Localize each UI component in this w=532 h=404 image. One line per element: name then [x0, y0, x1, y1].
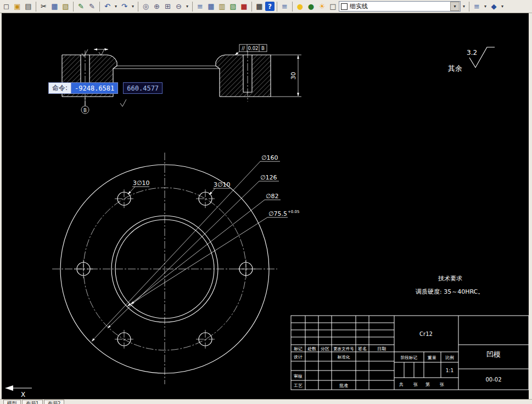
publish-icon[interactable]: ◆	[489, 1, 499, 12]
tb-check: 审核	[294, 374, 303, 379]
tolerance-symbol: //	[242, 46, 245, 51]
pencil-icon[interactable]: ✎	[87, 1, 97, 12]
tb-approve: 批准	[339, 383, 348, 388]
toolbar-separator	[99, 2, 100, 12]
paste-icon[interactable]: ▧	[60, 1, 71, 12]
undo-caret-icon[interactable]: ▾	[113, 1, 119, 12]
toolbar-separator	[469, 2, 469, 12]
datum-label: B	[83, 108, 87, 113]
thickness-dimension: 30	[271, 55, 301, 97]
tolerance-frame: // 0.02 B	[235, 44, 267, 55]
redo-caret-icon[interactable]: ▾	[130, 1, 136, 12]
pan-icon[interactable]: ◎	[141, 1, 151, 12]
toolbar-separator	[277, 2, 277, 12]
layer-thaw-icon[interactable]: ●	[306, 1, 316, 12]
surface-finish-value: 3.2	[467, 49, 477, 57]
tb-scale: 比例	[445, 355, 454, 360]
layer-panel-icon[interactable]: ≡	[279, 1, 290, 12]
layer-properties-icon[interactable]: ▦	[206, 1, 216, 12]
tb-rev-count: 处数	[307, 346, 316, 351]
command-x-input[interactable]: -9248.6581	[71, 82, 118, 94]
tb-material: Cr12	[419, 331, 433, 337]
toolbar-separator	[138, 2, 138, 12]
zoom-caret-icon[interactable]: ▾	[184, 1, 190, 12]
tb-rev-sign: 签名	[358, 346, 367, 351]
table-icon[interactable]: ▦	[254, 1, 265, 12]
tolerance-datum: B	[261, 46, 265, 51]
thickness-label: 30	[290, 72, 297, 80]
zoom-previous-icon[interactable]: ⊖	[173, 1, 184, 12]
plan-view: ∅160 ∅126 ∅82 ∅75.5 +0.05 3∅10 3∅10	[52, 153, 299, 384]
tab-model[interactable]: 模型	[3, 400, 21, 404]
zoom-realtime-icon[interactable]: ⊕	[152, 1, 162, 12]
tab-layout2[interactable]: 布局2	[44, 400, 65, 404]
layers-icon[interactable]: ≡	[195, 1, 205, 12]
copy-icon[interactable]: ▦	[49, 1, 60, 12]
tb-part-name: 凹模	[486, 350, 501, 358]
linetype-dropdown-caret-icon[interactable]: ▾	[450, 2, 460, 11]
toolbar: ◻ ▣ ▤ ✂ ▦ ▧ ✎ ✎ ↶ ▾ ↷ ▾ ◎ ⊕ ⊞ ⊖ ▾ ≡ ▦ ▥ …	[0, 0, 532, 13]
toolbar-separator	[73, 2, 74, 12]
plot-icon[interactable]: ▤	[23, 1, 33, 12]
ucs-icon: X	[5, 385, 32, 399]
new-file-icon[interactable]: ◻	[1, 1, 12, 12]
toolbar-separator	[292, 2, 293, 12]
tb-design: 设计	[294, 355, 303, 360]
layer-states-icon[interactable]: ≡	[472, 1, 482, 12]
drawing-canvas[interactable]: B // 0.02 B	[2, 13, 529, 399]
tb-scale-value: 1:1	[446, 368, 453, 373]
layer-on-bulb-icon[interactable]: ●	[295, 1, 305, 12]
layer-color-icon[interactable]: □	[328, 1, 338, 12]
cut-icon[interactable]: ✂	[38, 1, 49, 12]
layout-tabs: 模型 布局1 布局2	[0, 399, 532, 404]
tab-layout1[interactable]: 布局1	[22, 400, 43, 404]
linetype-value: 细实线	[350, 2, 448, 10]
dynamic-input-tooltip: 命令: -9248.6581 660.4577	[48, 82, 163, 94]
tech-req-title: 技术要求	[438, 275, 462, 282]
toolbar-separator	[251, 2, 252, 12]
dim-holes-right: 3∅10	[214, 181, 231, 188]
publish-caret-icon[interactable]: ▾	[500, 1, 505, 12]
design-center-icon[interactable]: ▧	[228, 1, 238, 12]
properties-icon[interactable]: ▥	[217, 1, 227, 12]
tolerance-value: 0.02	[248, 46, 259, 51]
hole-callouts: 3∅10 3∅10	[128, 179, 231, 195]
tb-sheet-total-label: 共	[399, 382, 404, 387]
tb-sheet-unit1: 张	[413, 382, 418, 387]
dim-d82: ∅82	[266, 193, 279, 200]
tb-sheet-unit2: 张	[440, 382, 444, 387]
toolbar-separator	[192, 2, 193, 12]
zoom-window-icon[interactable]: ⊞	[163, 1, 173, 12]
diameter-leaders: ∅160 ∅126 ∅82 ∅75.5 +0.05	[92, 154, 299, 341]
dim-d755-tolerance: +0.05	[288, 210, 299, 214]
tech-requirements: 技术要求 调质硬度: 35～40HRC。	[415, 275, 484, 295]
tb-drawing-no: 00-02	[485, 377, 501, 383]
undo-icon[interactable]: ↶	[102, 1, 113, 12]
tb-standardization: 标准化	[337, 355, 350, 360]
redo-icon[interactable]: ↷	[119, 1, 130, 12]
command-prompt-label: 命令:	[48, 82, 71, 94]
dim-d755: ∅75.5	[268, 210, 287, 217]
tb-process: 工艺	[294, 383, 303, 388]
dim-holes-left: 3∅10	[133, 179, 150, 187]
linetype-swatch-icon	[341, 3, 348, 10]
drawing-svg: B // 0.02 B	[2, 13, 529, 399]
match-properties-icon[interactable]: ✎	[76, 1, 86, 12]
tb-stage: 阶段标记	[401, 355, 418, 360]
help-icon[interactable]: ?	[265, 2, 275, 11]
layer-sun-icon[interactable]: ☀	[317, 1, 327, 12]
tb-rev-zone: 分区	[321, 346, 329, 351]
combo-caret-icon[interactable]: ▾	[461, 1, 467, 12]
dim-d126: ∅126	[260, 174, 277, 181]
toolbox-icon[interactable]: ■	[239, 1, 249, 12]
tb-weight: 重量	[427, 355, 436, 360]
ucs-x-label: X	[21, 391, 25, 399]
toolbar-separator	[36, 2, 36, 12]
dim-d160: ∅160	[261, 154, 278, 161]
command-y-input[interactable]: 660.4577	[123, 82, 163, 94]
tb-sheet-no-label: 第	[425, 382, 430, 387]
tb-rev-date: 日期	[377, 346, 386, 351]
layer-states-caret-icon[interactable]: ▾	[483, 1, 488, 12]
linetype-combo[interactable]: 细实线 ▾	[339, 1, 461, 12]
open-file-icon[interactable]: ▣	[12, 1, 23, 12]
